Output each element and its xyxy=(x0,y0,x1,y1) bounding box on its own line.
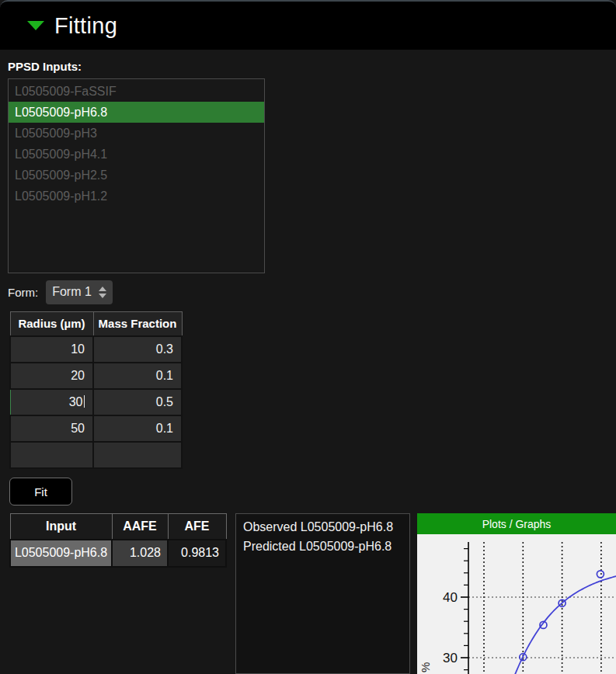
plots-panel: Plots / Graphs 4030% xyxy=(417,513,616,674)
list-item[interactable]: L0505009-FaSSIF xyxy=(9,81,264,102)
table-row: 10 0.3 xyxy=(10,336,182,363)
svg-text:40: 40 xyxy=(443,590,458,605)
radius-column-header: Radius (µm) xyxy=(10,312,93,336)
results-afe-cell: 0.9813 xyxy=(168,540,226,567)
list-item[interactable]: L0505009-pH4.1 xyxy=(9,144,264,165)
psd-cell[interactable] xyxy=(10,442,93,468)
svg-text:30: 30 xyxy=(443,651,458,665)
legend-panel: Observed L0505009-pH6.8 Predicted L05050… xyxy=(235,513,410,674)
mass-fraction-column-header: Mass Fraction xyxy=(93,312,182,336)
list-item[interactable]: L0505009-pH1.2 xyxy=(9,186,264,207)
collapse-triangle-icon[interactable] xyxy=(27,21,44,30)
fitting-header: Fitting xyxy=(0,0,616,50)
psd-cell[interactable]: 10 xyxy=(10,336,93,363)
chart-canvas: 4030% xyxy=(417,534,616,674)
psd-cell[interactable]: 20 xyxy=(10,363,93,389)
form-row: Form: Form 1 xyxy=(8,280,113,304)
psd-cell[interactable]: 0.1 xyxy=(93,363,182,389)
results-header-afe: AFE xyxy=(168,514,226,540)
legend-observed: Observed L0505009-pH6.8 xyxy=(243,518,409,537)
list-item[interactable]: L0505009-pH6.8 xyxy=(9,102,264,123)
form-label: Form: xyxy=(8,286,38,299)
plots-title: Plots / Graphs xyxy=(482,518,552,530)
psd-cell[interactable]: 0.5 xyxy=(93,389,182,415)
legend-predicted: Predicted L0505009-pH6.8 xyxy=(243,537,409,557)
form-spinner-value: Form 1 xyxy=(52,285,92,299)
results-input-cell[interactable]: L0505009-pH6.8 xyxy=(10,540,112,567)
table-row: 50 0.1 xyxy=(10,415,182,442)
list-item[interactable]: L0505009-pH3 xyxy=(9,123,264,144)
plots-body: 4030% xyxy=(417,534,616,674)
spinner-down-icon[interactable] xyxy=(99,294,106,298)
results-table: Input AAFE AFE L0505009-pH6.8 1.028 0.98… xyxy=(9,513,227,568)
ppsd-inputs-label: PPSD Inputs: xyxy=(8,60,82,73)
page-title: Fitting xyxy=(54,13,117,39)
psd-cell[interactable]: 0.1 xyxy=(93,415,182,442)
results-header-input: Input xyxy=(10,514,112,540)
table-row: L0505009-pH6.8 1.028 0.9813 xyxy=(10,540,226,567)
text-caret xyxy=(84,395,85,408)
results-header-aafe: AAFE xyxy=(112,514,168,540)
psd-cell[interactable]: 0.3 xyxy=(93,336,182,363)
spinner-arrows xyxy=(99,287,106,298)
fit-button[interactable]: Fit xyxy=(9,478,72,506)
spinner-up-icon[interactable] xyxy=(99,287,106,291)
ppsd-listbox: L0505009-FaSSIFL0505009-pH6.8L0505009-pH… xyxy=(8,78,265,273)
form-spinner[interactable]: Form 1 xyxy=(46,280,113,304)
psd-cell-editing[interactable]: 30 xyxy=(10,389,93,415)
table-row xyxy=(10,442,182,468)
table-row: 30 0.5 xyxy=(10,389,182,415)
list-item[interactable]: L0505009-pH2.5 xyxy=(9,165,264,186)
table-row: 20 0.1 xyxy=(10,363,182,389)
editing-cell-value: 30 xyxy=(69,395,83,408)
psd-table: Radius (µm) Mass Fraction 10 0.3 20 0.1 … xyxy=(9,311,183,469)
psd-cell[interactable]: 50 xyxy=(10,415,93,442)
svg-text:%: % xyxy=(419,662,432,672)
plots-header: Plots / Graphs xyxy=(417,513,616,534)
results-aafe-cell: 1.028 xyxy=(112,540,168,567)
psd-cell[interactable] xyxy=(93,442,182,468)
